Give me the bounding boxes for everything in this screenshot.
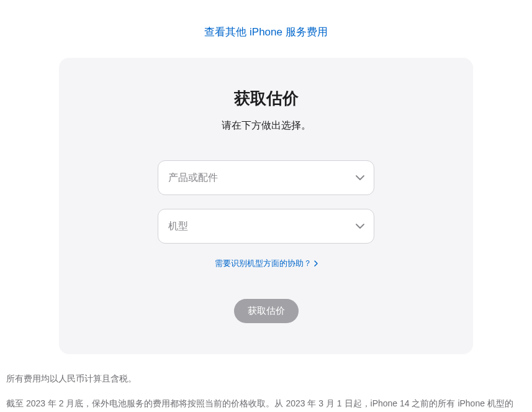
footer-para2-text: 截至 2023 年 2 月底，保外电池服务的费用都将按照当前的价格收取。从 20…: [6, 398, 513, 412]
model-select[interactable]: 机型: [158, 209, 374, 244]
footer-text: 所有费用均以人民币计算且含税。 截至 2023 年 2 月底，保外电池服务的费用…: [6, 372, 515, 412]
card-subtitle: 请在下方做出选择。: [84, 119, 448, 132]
product-select-wrapper: 产品或配件: [158, 160, 374, 195]
chevron-right-icon: [314, 259, 318, 268]
help-link-label: 需要识别机型方面的协助？: [215, 258, 312, 269]
footer-para-1: 所有费用均以人民币计算且含税。: [6, 372, 515, 387]
other-service-fee-link[interactable]: 查看其他 iPhone 服务费用: [204, 26, 327, 38]
identify-model-help-link[interactable]: 需要识别机型方面的协助？: [215, 258, 318, 269]
model-select-wrapper: 机型: [158, 209, 374, 244]
card-title: 获取估价: [84, 88, 448, 109]
get-estimate-button[interactable]: 获取估价: [234, 299, 299, 323]
footer-para-2: 截至 2023 年 2 月底，保外电池服务的费用都将按照当前的价格收取。从 20…: [6, 396, 515, 412]
help-link-container: 需要识别机型方面的协助？: [84, 257, 448, 269]
top-link-container: 查看其他 iPhone 服务费用: [0, 0, 532, 58]
estimate-card: 获取估价 请在下方做出选择。 产品或配件 机型 需要识别机型方面的协助？ 获取估…: [59, 58, 473, 354]
product-select[interactable]: 产品或配件: [158, 160, 374, 195]
